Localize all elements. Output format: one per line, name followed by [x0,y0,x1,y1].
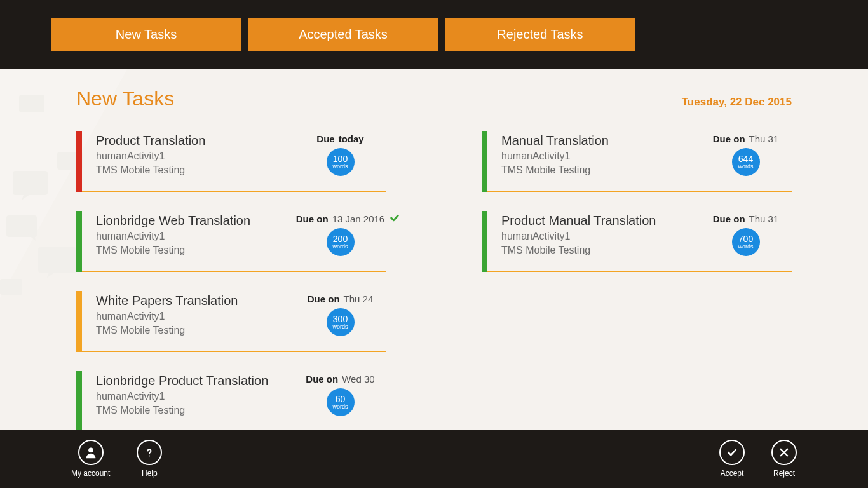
word-label: words [738,244,753,250]
current-date: Tuesday, 22 Dec 2015 [682,96,792,109]
task-meta: Duetoday100words [294,133,386,176]
word-count: 200 [333,234,348,243]
word-count-badge: 100words [327,148,355,176]
accept-label: Accept [721,469,744,478]
task-body: Lionbridge Web TranslationhumanActivity1… [82,211,386,272]
due-date: today [339,133,364,144]
due-prefix: Due on [306,374,338,384]
task-title: Lionbridge Web Translation [96,214,294,228]
svg-rect-9 [0,279,22,295]
word-label: words [738,164,753,170]
task-activity: humanActivity1 [96,229,294,243]
task-title: Manual Translation [501,133,700,148]
task-meta: Due on13 Jan 2016200words [294,214,386,256]
tab-accepted-tasks[interactable]: Accepted Tasks [248,18,438,51]
word-count-badge: 300words [327,308,355,336]
my-account-label: My account [71,469,110,478]
task-meta: Due onThu 24300words [294,294,386,336]
task-body: Lionbridge Product TranslationhumanActiv… [82,371,386,430]
due-date: Thu 31 [749,214,779,224]
word-count: 100 [333,154,348,163]
task-card[interactable]: Lionbridge Product TranslationhumanActiv… [76,371,386,430]
task-body: White Papers TranslationhumanActivity1TM… [82,291,386,352]
due-prefix: Due on [308,294,340,304]
reject-button[interactable]: Reject [771,440,797,478]
task-activity: humanActivity1 [501,229,700,243]
task-card[interactable]: Product TranslationhumanActivity1TMS Mob… [76,131,386,192]
due-prefix: Due [316,133,334,144]
word-count: 300 [333,315,348,323]
task-activity: humanActivity1 [96,149,294,163]
task-title: Lionbridge Product Translation [96,374,294,388]
task-activity: humanActivity1 [501,149,700,163]
word-label: words [332,244,348,250]
task-project: TMS Mobile Testing [96,163,294,177]
help-icon [137,440,162,465]
due-date: 13 Jan 2016 [332,214,385,224]
task-project: TMS Mobile Testing [96,403,294,417]
task-column-right: Manual TranslationhumanActivity1TMS Mobi… [482,131,792,430]
task-project: TMS Mobile Testing [96,323,294,337]
priority-stripe [76,291,82,352]
word-count: 700 [738,234,753,243]
priority-stripe [76,211,82,272]
svg-marker-2 [22,193,32,200]
task-meta: Due onThu 31700words [700,214,792,256]
check-icon [389,212,400,226]
word-label: words [332,404,348,410]
top-tab-bar: New Tasks Accepted Tasks Rejected Tasks [0,0,868,69]
due-prefix: Due on [713,214,745,224]
reject-icon [771,440,797,465]
word-count: 644 [738,154,753,163]
svg-point-12 [149,455,150,456]
help-button[interactable]: Help [137,440,162,478]
svg-point-11 [88,447,93,452]
word-count-badge: 60words [327,388,355,416]
word-count: 60 [336,395,346,403]
task-activity: humanActivity1 [96,390,294,403]
task-meta: Due onThu 31644words [700,133,792,176]
due-date: Thu 24 [344,294,374,304]
task-column-left: Product TranslationhumanActivity1TMS Mob… [76,131,386,430]
word-count-badge: 644words [732,148,760,176]
task-body: Manual TranslationhumanActivity1TMS Mobi… [487,131,792,192]
priority-stripe [76,131,82,192]
task-body: Product TranslationhumanActivity1TMS Mob… [82,131,386,192]
task-activity: humanActivity1 [96,309,294,323]
priority-stripe [482,131,487,192]
task-project: TMS Mobile Testing [501,163,700,177]
word-label: words [332,164,348,170]
tab-rejected-tasks[interactable]: Rejected Tasks [445,18,635,51]
due-prefix: Due on [296,214,329,224]
reject-label: Reject [773,469,795,478]
accept-icon [719,440,745,465]
svg-rect-10 [19,95,44,112]
task-project: TMS Mobile Testing [501,243,700,257]
svg-marker-8 [47,271,57,278]
due-date: Wed 30 [342,374,374,384]
task-body: Product Manual TranslationhumanActivity1… [487,211,792,272]
task-project: TMS Mobile Testing [96,243,294,257]
my-account-button[interactable]: My account [71,440,110,478]
word-count-badge: 200words [327,228,355,256]
svg-marker-6 [28,234,36,241]
task-card[interactable]: Product Manual TranslationhumanActivity1… [482,211,792,272]
accept-button[interactable]: Accept [719,440,745,478]
page-title: New Tasks [76,87,174,111]
task-card[interactable]: Lionbridge Web TranslationhumanActivity1… [76,211,386,272]
priority-stripe [482,211,487,272]
tab-new-tasks[interactable]: New Tasks [51,18,241,51]
task-meta: Due onWed 3060words [294,374,386,416]
word-count-badge: 700words [732,228,760,256]
due-date: Thu 31 [749,133,779,144]
due-prefix: Due on [713,133,745,144]
svg-rect-1 [13,171,48,195]
task-card[interactable]: White Papers TranslationhumanActivity1TM… [76,291,386,352]
priority-stripe [76,371,82,430]
task-title: White Papers Translation [96,294,294,308]
task-title: Product Translation [96,133,294,148]
task-card[interactable]: Manual TranslationhumanActivity1TMS Mobi… [482,131,792,192]
content-area: New Tasks Tuesday, 22 Dec 2015 Product T… [0,69,868,430]
account-icon [78,440,104,465]
word-label: words [332,324,348,330]
